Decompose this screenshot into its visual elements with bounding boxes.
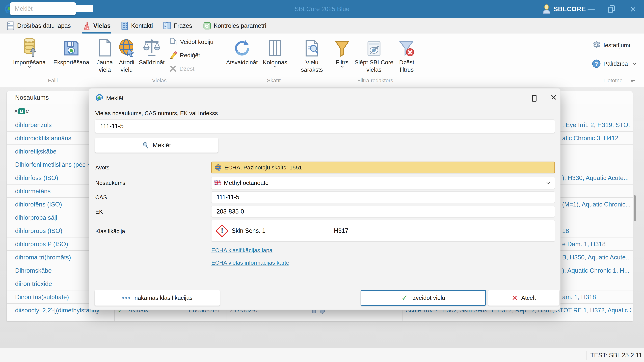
export-button[interactable]: Eksportēšana [52,35,90,77]
settings-button[interactable]: Iestatījumi [592,40,630,50]
search-dialog: Meklēt × Vielas nosaukums, CAS numurs, E… [89,88,560,310]
new-document-icon [98,35,112,57]
clear-filters-button[interactable]: Dzēst filtrus [393,35,420,77]
duplicate-button[interactable]: Veidot kopiju [170,37,213,46]
search-icon [142,142,150,149]
window-title: SBLCore 2025 Blue [238,0,406,18]
dialog-close-button[interactable]: × [550,91,556,103]
dialog-title: Meklēt [106,95,124,102]
datasheet-icon [7,21,14,30]
building-icon [121,21,128,30]
ek-label: EK [95,209,103,215]
tab-frazes[interactable]: Frāzes [159,18,196,33]
group-label-filtra-redaktors: Filtra redaktors [328,77,422,84]
ek-value[interactable]: 203-835-0 [211,206,555,217]
group-label-faili: Faili [7,77,99,84]
scales-icon [143,35,160,57]
tab-kontakti[interactable]: Kontakti [116,18,157,33]
version-label: 25.2.11 [622,348,642,362]
database-import-icon [21,35,38,57]
exclamation-glyph: ! [221,227,223,235]
ghs07-exclamation-icon: ! [216,224,228,237]
dialog-search-button[interactable]: Meklēt [95,138,218,153]
restore-button[interactable] [604,0,619,18]
tab-kontroles-parametri[interactable]: Kontroles parametri [199,18,271,33]
group-separator [422,36,423,84]
global-search [10,2,76,15]
refresh-button[interactable]: Atsvaidzināt [222,35,262,77]
global-search-input[interactable] [15,5,93,12]
klasifikacija-label: Klasifikācija [95,228,125,234]
group-label-vielas: Vielas [99,77,220,84]
close-button[interactable]: × [626,0,641,18]
globe-search-icon [118,35,135,57]
edit-button[interactable]: Rediģēt [170,51,200,60]
hide-sblcore-substances-button[interactable]: Slēpt SBLCore vielas [354,35,394,77]
minimize-icon [588,9,595,9]
dialog-maximize-button[interactable] [532,95,536,102]
chevron-down-icon [633,62,636,65]
group-label-skatit: Skatīt [220,77,328,84]
gear-icon [592,41,601,50]
substance-search-input[interactable] [95,119,555,133]
svg-text:?: ? [595,61,598,67]
group-separator [588,36,588,84]
tab-vielas[interactable]: Vielas [78,18,115,33]
user-name: SBLCORE [554,5,586,13]
cross-icon: ✕ [512,294,518,302]
question-icon: ? [592,59,601,68]
minimize-button[interactable] [584,0,599,18]
hazard-class: Skin Sens. 1 [232,227,266,234]
ribbon-toolbar: Importēšana Eksportēšana Faili [0,33,644,87]
next-classifications-button[interactable]: ••• nākamās klasifikācijas [94,290,220,306]
check-icon: ✓ [402,293,408,302]
user-icon [542,4,550,14]
import-button[interactable]: Importēšana [10,35,49,77]
name-dropdown[interactable]: Methyl octanoate [211,177,555,189]
user-menu[interactable]: SBLCORE [542,0,586,18]
status-separator [586,351,586,360]
button-separator [294,39,294,70]
substance-list-button[interactable]: Vielu saraksts [296,35,328,77]
status-separator [618,351,618,360]
echa-globe-icon [215,164,222,171]
search-field-label: Vielas nosaukums, CAS numurs, EK vai Ind… [95,110,218,116]
funnel-delete-icon [399,35,415,57]
uk-flag-icon [214,180,221,185]
collapse-ribbon-button[interactable] [630,79,635,82]
ribbon-tab-bar: Drošības datu lapas Vielas Kontakti [0,18,644,33]
app-logo-icon [95,93,104,102]
funnel-icon [334,35,350,57]
create-substance-button[interactable]: ✓ Izveidot vielu [360,290,486,306]
classification-box[interactable]: ! Skin Sens. 1 H317 [211,220,555,242]
vertical-scrollbar[interactable] [634,195,636,221]
echa-classification-link[interactable]: ECHA klasifikācijas lapa [211,247,272,254]
nosaukums-label: Nosaukums [95,180,126,186]
environment-label: TEST: SBL [590,348,621,362]
delete-x-icon [170,65,177,72]
book-icon [163,22,171,30]
compare-button[interactable]: Salīdzināt [134,35,170,77]
echa-infocard-link[interactable]: ECHA vielas informācijas karte [211,259,289,266]
group-separator [220,36,220,84]
pencil-icon [170,51,177,59]
ellipsis-icon: ••• [122,294,131,302]
help-button[interactable]: ? Palīdzība [592,59,636,68]
abc-filter-icon: ABC [14,108,29,114]
cas-label: CAS [95,194,107,201]
cas-value[interactable]: 111-11-5 [211,191,555,203]
filter-button[interactable]: Filtrs [330,35,355,77]
flask-icon [83,21,90,30]
avots-label: Avots [95,164,109,171]
floppy-export-icon [62,35,80,57]
sblcore-window: SBLCore 2025 Blue SBLCORE × Drošības dat… [0,0,644,362]
hazard-code: H317 [334,227,348,234]
columns-button[interactable]: Kolonnas [259,35,291,77]
source-value[interactable]: ECHA, Paziņotāju skaits: 1551 [211,162,555,173]
delete-button[interactable]: Dzēst [170,64,194,73]
cancel-button[interactable]: ✕ Atcelt [488,290,560,306]
tab-drosibas-datu-lapas[interactable]: Drošības datu lapas [2,18,75,33]
target-icon [203,22,211,30]
title-bar: SBLCore 2025 Blue SBLCORE × [0,0,644,18]
status-bar: TEST: SBL 25.2.11 [0,348,644,362]
